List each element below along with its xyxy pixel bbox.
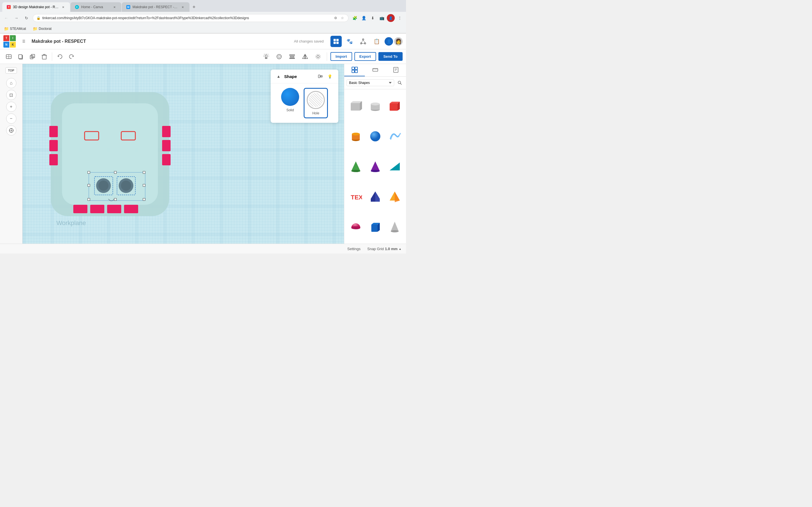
prism-img (368, 190, 382, 203)
shape-panel-title: Shape (284, 74, 314, 79)
svg-line-29 (268, 54, 268, 54)
shape-item-sphere[interactable] (366, 122, 384, 151)
cast-btn[interactable]: 📺 (378, 14, 386, 22)
tab-3[interactable]: M Makdrake pot - RESPECT - 8... ✕ (122, 2, 190, 12)
svg-point-117 (370, 131, 380, 142)
solid-label: Solid (287, 108, 294, 112)
profiles-btn[interactable]: 👤 (360, 14, 368, 22)
workplane-tool[interactable] (3, 51, 14, 62)
zoom-out-btn[interactable]: − (6, 114, 16, 124)
grid-view-btn[interactable] (331, 36, 342, 47)
cone-grey-img (388, 220, 402, 233)
snap-grid: Snap Grid 1.0 mm ▲ (367, 247, 402, 251)
duplicate-tool[interactable] (27, 51, 38, 62)
shape-item-striped-box[interactable] (347, 92, 365, 121)
svg-point-64 (121, 180, 131, 191)
hamburger-button[interactable]: ☰ (19, 37, 28, 46)
shape-item-text[interactable]: TEXT (347, 182, 365, 211)
tinkercad-logo[interactable]: T I N K (3, 35, 16, 48)
svg-marker-37 (305, 55, 308, 59)
menu-btn[interactable]: ⋮ (396, 14, 404, 22)
svg-point-61 (98, 180, 109, 191)
user-avatar-btn[interactable]: 👩 (394, 37, 403, 46)
nodes-btn[interactable] (357, 36, 369, 47)
tab-2[interactable]: C Home - Canva ✕ (70, 2, 121, 12)
tab-1[interactable]: T 3D design Makdrake pot - RE... ✕ (2, 2, 70, 12)
group-tool[interactable] (313, 51, 323, 62)
svg-rect-2 (334, 42, 336, 44)
category-select[interactable]: Basic Shapes (347, 79, 394, 86)
shape-item-cylinder[interactable] (347, 122, 365, 151)
user-avatar[interactable]: 👤 (387, 14, 395, 22)
shape-item-cone-green[interactable] (347, 152, 365, 181)
export-button[interactable]: Export (354, 52, 376, 61)
shape-item-cone-grey[interactable] (386, 212, 404, 241)
tab-1-close[interactable]: ✕ (61, 5, 65, 9)
nodes-icon (360, 39, 366, 44)
svg-marker-120 (371, 161, 380, 171)
tab-3-close[interactable]: ✕ (181, 5, 185, 9)
shape-item-striped-cyl[interactable] (366, 92, 384, 121)
shape-panel-collapse-btn[interactable]: ▲ (275, 73, 282, 80)
grid-tab-icon (352, 67, 358, 73)
shape-item-pyramid[interactable] (386, 182, 404, 211)
browser-right-icons: 🧩 👤 ⬇ 📺 👤 ⋮ (351, 14, 404, 22)
download-btn[interactable]: ⬇ (369, 14, 377, 22)
svg-rect-53 (162, 140, 170, 151)
copy-tool[interactable] (15, 51, 26, 62)
sidebar-tab-ruler[interactable] (365, 64, 386, 76)
svg-rect-79 (352, 67, 354, 69)
refresh-button[interactable]: ↻ (22, 14, 31, 22)
shape-tool[interactable] (274, 51, 285, 62)
bookmark-doctorat[interactable]: 📁 Doctorat (31, 26, 53, 32)
shape-panel-light-icon[interactable]: 💡 (326, 72, 334, 80)
sidebar-tab-notes[interactable] (386, 64, 406, 76)
bookmark-steamcat[interactable]: 📁 STEAMcat (2, 26, 28, 32)
align-icon (289, 54, 295, 60)
align-tool[interactable] (287, 51, 297, 62)
bookmark-star-icon[interactable]: ☆ (340, 15, 345, 20)
new-tab-button[interactable]: + (190, 3, 198, 11)
extensions-btn[interactable]: 🧩 (351, 14, 359, 22)
svg-point-135 (391, 230, 399, 232)
shape-item-wedge[interactable] (386, 152, 404, 181)
import-button[interactable]: Import (331, 52, 352, 61)
light-tool[interactable] (261, 51, 271, 62)
home-view-btn[interactable]: ⌂ (6, 78, 16, 88)
mirror-tool[interactable] (300, 51, 310, 62)
paw-btn[interactable]: 🐾 (344, 36, 355, 47)
shape-panel-icons: 💡 (316, 72, 334, 80)
cone-purple-img (368, 160, 382, 173)
cone-green-img (349, 160, 363, 173)
tab-2-close[interactable]: ✕ (112, 5, 117, 9)
canvas-area[interactable]: Workplane ▲ Shape 💡 (22, 64, 344, 244)
send-to-button[interactable]: Send To (378, 52, 403, 61)
orientation-btn[interactable] (6, 125, 16, 135)
lock-icon: 🔒 (36, 16, 41, 20)
shape-item-prism[interactable] (366, 182, 384, 211)
redo-tool[interactable] (66, 51, 77, 62)
extensions-icon[interactable]: ⚙ (333, 15, 338, 20)
fit-view-btn[interactable]: ⊡ (6, 90, 16, 100)
undo-tool[interactable] (54, 51, 65, 62)
hole-option[interactable]: Hole (304, 88, 328, 118)
back-button[interactable]: ← (2, 14, 10, 22)
address-bar[interactable]: 🔒 tinkercad.com/things/ktyBt7cGKOA-makdr… (33, 14, 349, 22)
shape-item-cone-purple[interactable] (366, 152, 384, 181)
shape-item-squiggle[interactable] (386, 122, 404, 151)
forward-button[interactable]: → (12, 14, 20, 22)
delete-tool[interactable] (39, 51, 50, 62)
add-person-btn[interactable]: 👤 (385, 37, 393, 46)
sidebar-tab-grid[interactable] (344, 64, 365, 76)
settings-button[interactable]: Settings (345, 245, 363, 252)
shape-item-red-box[interactable] (386, 92, 404, 121)
clipboard-btn[interactable]: 📋 (371, 36, 382, 47)
solid-option[interactable]: Solid (281, 88, 299, 118)
shape-item-extrude[interactable] (366, 212, 384, 241)
zoom-in-btn[interactable]: + (6, 102, 16, 112)
shape-item-halfsphere[interactable] (347, 212, 365, 241)
shape-panel-settings-icon[interactable] (316, 72, 324, 80)
snap-grid-label: Snap Grid (367, 247, 384, 251)
search-button[interactable] (396, 79, 404, 87)
snap-grid-arrow[interactable]: ▲ (399, 247, 402, 250)
